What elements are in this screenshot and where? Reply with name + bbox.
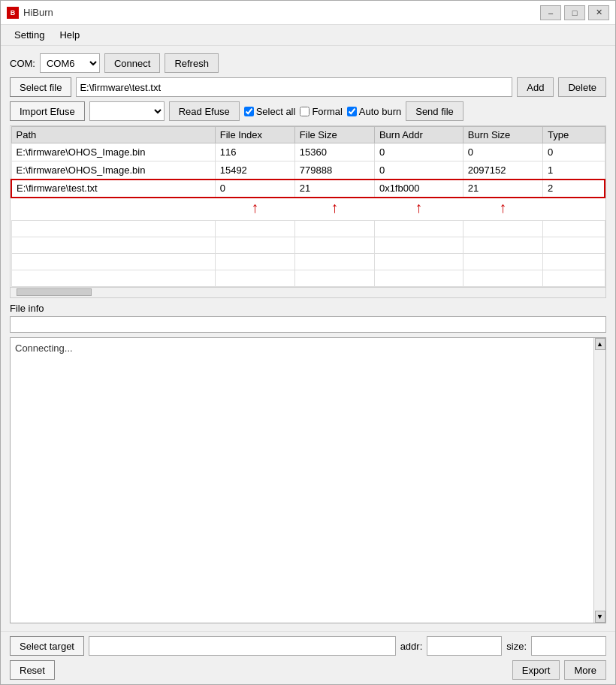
efuse-select[interactable] [89,101,165,121]
cell-type: 1 [542,161,605,180]
com-row: COM: COM6 Connect Refresh [10,53,606,73]
log-section: Connecting... ▲ ▼ [10,337,606,624]
file-info-label: File info [10,303,606,314]
col-path: Path [11,127,215,143]
refresh-button[interactable]: Refresh [165,53,219,73]
delete-button[interactable]: Delete [558,77,606,97]
col-size: File Size [294,127,374,143]
table-row-empty [11,270,605,286]
col-index: File Index [215,127,294,143]
send-file-button[interactable]: Send file [406,101,464,121]
cell-path: E:\firmware\OHOS_Image.bin [11,143,215,161]
title-bar: B HiBurn – □ ✕ [1,1,615,25]
app-icon: B [7,7,19,19]
cell-index: 116 [215,143,294,161]
log-text: Connecting... [15,342,73,354]
com-label: COM: [10,58,35,69]
addr-label: addr: [400,641,423,652]
file-table: Path File Index File Size Burn Addr Burn… [11,126,605,287]
menu-help[interactable]: Help [52,26,87,44]
scroll-thumb[interactable] [17,288,92,296]
cell-size: 779888 [294,161,374,180]
target-input[interactable] [89,636,396,656]
menu-setting[interactable]: Setting [7,26,52,44]
cell-type: 2 [542,180,605,198]
table-row[interactable]: E:\firmware\OHOS_Image.bin 15492 779888 … [11,161,605,180]
table-header: Path File Index File Size Burn Addr Burn… [11,127,605,143]
col-burnsize: Burn Size [463,127,542,143]
bottom-bar: Select target addr: size: Reset Export M… [1,631,615,684]
cell-burnsize: 2097152 [463,161,542,180]
cell-index: 15492 [215,161,294,180]
file-row: Select file Add Delete [10,77,606,97]
cell-addr: 0 [374,161,463,180]
scrollbar-down-button[interactable]: ▼ [595,611,605,623]
log-scrollbar: ▲ ▼ [593,338,605,623]
file-table-container: Path File Index File Size Burn Addr Burn… [10,125,606,298]
more-button[interactable]: More [564,660,606,680]
minimize-button[interactable]: – [540,5,561,20]
file-info-bar [10,316,606,333]
menu-bar: Setting Help [1,25,615,46]
add-button[interactable]: Add [517,77,554,97]
com-select[interactable]: COM6 [40,53,100,73]
reset-button[interactable]: Reset [10,660,55,680]
connect-button[interactable]: Connect [104,53,160,73]
read-efuse-button[interactable]: Read Efuse [169,101,240,121]
addr-input[interactable] [427,636,502,656]
table-row-selected[interactable]: E:\firmware\test.txt 0 21 0x1fb000 21 2 [11,180,605,198]
size-input[interactable] [531,636,606,656]
select-file-button[interactable]: Select file [10,77,71,97]
arrow-row: ↑ ↑ ↑ ↑ [11,198,605,221]
window-title: HiBurn [23,7,540,18]
horizontal-scrollbar[interactable] [11,287,605,297]
size-label: size: [506,641,527,652]
table-row-empty [11,220,605,237]
table-row[interactable]: E:\firmware\OHOS_Image.bin 116 15360 0 0… [11,143,605,161]
table-row-empty [11,237,605,253]
file-path-input[interactable] [76,77,512,97]
main-content: COM: COM6 Connect Refresh Select file Ad… [1,46,615,631]
cell-burnsize: 21 [463,180,542,198]
select-target-button[interactable]: Select target [10,636,84,656]
cell-addr: 0x1fb000 [374,180,463,198]
efuse-row: Import Efuse Read Efuse Select all Forma… [10,101,606,121]
col-type: Type [542,127,605,143]
main-window: B HiBurn – □ ✕ Setting Help COM: COM6 Co… [0,0,616,685]
bottom-row-2: Reset Export More [10,660,606,680]
cell-burnsize: 0 [463,143,542,161]
table-row-empty [11,253,605,270]
cell-size: 21 [294,180,374,198]
maximize-button[interactable]: □ [564,5,585,20]
cell-path: E:\firmware\OHOS_Image.bin [11,161,215,180]
log-content: Connecting... [11,338,605,623]
close-button[interactable]: ✕ [588,5,609,20]
select-all-checkbox[interactable]: Select all [244,106,296,117]
cell-addr: 0 [374,143,463,161]
cell-size: 15360 [294,143,374,161]
window-controls: – □ ✕ [540,5,609,20]
cell-path: E:\firmware\test.txt [11,180,215,198]
formal-checkbox[interactable]: Formal [300,106,342,117]
auto-burn-checkbox[interactable]: Auto burn [347,106,401,117]
col-addr: Burn Addr [374,127,463,143]
export-button[interactable]: Export [512,660,560,680]
cell-type: 0 [542,143,605,161]
scrollbar-up-button[interactable]: ▲ [595,338,605,350]
cell-index: 0 [215,180,294,198]
file-info-section: File info [10,303,606,333]
import-efuse-button[interactable]: Import Efuse [10,101,85,121]
bottom-row-1: Select target addr: size: [10,636,606,656]
